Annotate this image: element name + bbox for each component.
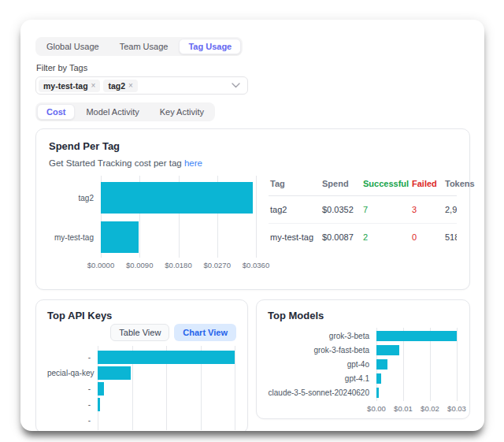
- table-view-button[interactable]: Table View: [110, 324, 169, 341]
- tag-filter-select[interactable]: my-test-tag × tag2 ×: [35, 76, 248, 95]
- category-label: -: [47, 353, 98, 362]
- column-header: Successful: [361, 176, 410, 196]
- table-row: my-test-tag$0.008720518: [269, 224, 457, 251]
- bar-row: grok-3-beta: [268, 331, 457, 341]
- bar-row: -: [47, 382, 235, 396]
- top-models-card: Top Models grok-3-betagrok-3-fast-betagp…: [256, 299, 470, 419]
- bar-row: my-test-tag: [49, 221, 256, 253]
- top-api-keys-chart: -pecial-qa-key---: [47, 346, 236, 430]
- remove-tag-icon[interactable]: ×: [91, 81, 96, 90]
- cost-tabbar: Cost Model Activity Key Activity: [35, 102, 215, 121]
- x-tick-label: $0.03: [447, 404, 466, 413]
- bar-row: gpt-4.1: [268, 373, 457, 384]
- category-label: -: [47, 416, 98, 425]
- api-keys-card-title: Top API Keys: [47, 310, 236, 321]
- bar[interactable]: [376, 359, 387, 370]
- table-cell: my-test-tag: [269, 224, 321, 251]
- spend-per-tag-card: Spend Per Tag Get Started Tracking cost …: [35, 128, 470, 290]
- table-cell: 2: [361, 224, 410, 251]
- bar-track: [376, 359, 457, 370]
- column-header: Spend: [321, 176, 361, 196]
- bar[interactable]: [376, 388, 379, 398]
- bar-row: grok-3-fast-beta: [268, 345, 457, 355]
- table-cell: 518: [443, 224, 457, 251]
- x-tick-label: $0.0000: [87, 261, 114, 269]
- category-label: gpt-4.1: [268, 374, 376, 383]
- bar[interactable]: [98, 382, 104, 396]
- column-header: Tag: [269, 176, 321, 196]
- category-label: gpt-4o: [268, 360, 376, 369]
- spend-table: TagSpendSuccessfulFailedTokenstag2$0.035…: [269, 176, 457, 271]
- bar-track: [101, 221, 256, 253]
- x-tick-label: $0.02: [421, 404, 439, 413]
- bar[interactable]: [376, 331, 457, 341]
- category-label: claude-3-5-sonnet-20240620: [268, 388, 376, 397]
- x-tick-label: $0.01: [394, 404, 413, 413]
- models-card-title: Top Models: [268, 310, 458, 321]
- bar-row: -: [47, 398, 235, 411]
- bar-track: [98, 351, 235, 364]
- spend-per-tag-chart: tag2my-test-tag $0.0000$0.0090$0.0180$0.…: [49, 176, 258, 271]
- category-label: -: [47, 400, 98, 409]
- bar[interactable]: [376, 345, 399, 355]
- tag-chip: my-test-tag ×: [39, 80, 100, 92]
- bar-track: [376, 388, 457, 398]
- tab-global-usage[interactable]: Global Usage: [37, 39, 109, 54]
- chart-view-button[interactable]: Chart View: [174, 324, 236, 341]
- category-label: my-test-tag: [49, 233, 101, 242]
- x-tick-label: $0.0360: [243, 261, 269, 269]
- subtitle-text: Get Started Tracking cost per tag: [49, 158, 184, 168]
- remove-tag-icon[interactable]: ×: [128, 81, 133, 90]
- x-tick-label: $0.0090: [126, 261, 153, 269]
- tag-chip-label: tag2: [108, 81, 125, 91]
- filter-by-tags-label: Filter by Tags: [36, 63, 470, 73]
- bar-track: [98, 414, 235, 427]
- category-label: grok-3-fast-beta: [268, 346, 376, 355]
- bar-row: claude-3-5-sonnet-20240620: [268, 388, 457, 398]
- bar[interactable]: [98, 366, 131, 380]
- category-label: pecial-qa-key: [47, 369, 98, 377]
- top-models-chart: grok-3-betagrok-3-fast-betagpt-4ogpt-4.1…: [268, 328, 458, 413]
- bar[interactable]: [98, 398, 100, 411]
- table-cell: $0.0087: [321, 224, 361, 251]
- bar[interactable]: [101, 221, 139, 253]
- x-axis: $0.0000$0.0090$0.0180$0.0270$0.0360: [101, 258, 256, 271]
- bar-track: [376, 373, 457, 384]
- here-link[interactable]: here: [184, 158, 202, 168]
- bar-track: [101, 182, 256, 214]
- bar-track: [98, 382, 235, 396]
- bar[interactable]: [376, 373, 381, 384]
- bar-row: -: [47, 414, 235, 427]
- table-row: tag2$0.0352732,939: [269, 196, 457, 224]
- bar-track: [376, 331, 457, 341]
- chevron-down-icon[interactable]: [232, 83, 240, 88]
- category-label: -: [47, 384, 98, 393]
- bar-row: tag2: [49, 182, 256, 214]
- column-header: Failed: [410, 176, 443, 196]
- bar[interactable]: [101, 182, 253, 214]
- spend-card-title: Spend Per Tag: [49, 140, 457, 152]
- table-cell: 2,939: [443, 196, 457, 224]
- bar-row: pecial-qa-key: [47, 366, 235, 380]
- category-label: tag2: [49, 194, 101, 202]
- bar[interactable]: [98, 351, 235, 364]
- x-tick-label: $0.00: [367, 404, 386, 413]
- dashboard-window: Global Usage Team Usage Tag Usage Filter…: [20, 20, 484, 431]
- tab-cost[interactable]: Cost: [37, 104, 75, 120]
- table-cell: tag2: [269, 196, 321, 224]
- tag-chip-label: my-test-tag: [43, 81, 88, 91]
- table-cell: 0: [410, 224, 443, 251]
- table-cell: 3: [410, 196, 443, 224]
- tab-team-usage[interactable]: Team Usage: [110, 39, 178, 54]
- usage-tabbar: Global Usage Team Usage Tag Usage: [35, 37, 243, 56]
- x-tick-label: $0.0270: [204, 261, 231, 269]
- table-cell: 7: [361, 196, 410, 224]
- x-tick-label: $0.0180: [165, 261, 191, 269]
- tab-tag-usage[interactable]: Tag Usage: [179, 39, 241, 54]
- data-table: TagSpendSuccessfulFailedTokenstag2$0.035…: [269, 176, 457, 251]
- tab-key-activity[interactable]: Key Activity: [150, 104, 213, 120]
- top-api-keys-card: Top API Keys Table View Chart View -peci…: [35, 299, 248, 431]
- bar-row: gpt-4o: [268, 359, 457, 370]
- tab-model-activity[interactable]: Model Activity: [76, 104, 148, 120]
- tag-chip: tag2 ×: [103, 80, 137, 92]
